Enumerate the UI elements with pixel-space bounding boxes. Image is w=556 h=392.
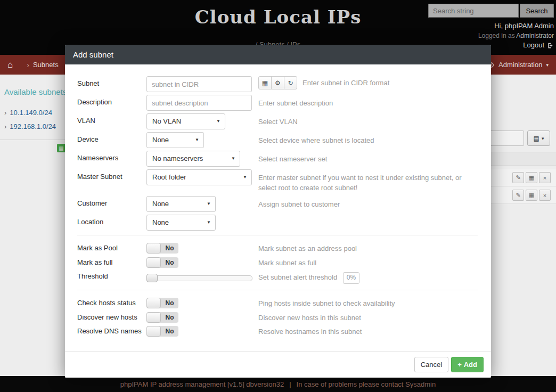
toggle-value: No [161,243,178,254]
nameservers-select[interactable]: No nameservers ▼ [146,151,240,167]
field-label: Resolve DNS names [77,326,146,335]
location-select[interactable]: None ▼ [146,215,216,231]
field-hint: Enter subnet description [258,95,478,109]
toggle-knob [146,243,161,254]
field-label: Location [77,215,146,226]
select-value: No nameservers [152,154,203,162]
device-select[interactable]: None ▼ [146,132,204,148]
select-value: None [152,218,169,226]
caret-down-icon: ▼ [207,197,211,211]
vlan-select[interactable]: No VLAN ▼ [146,113,225,129]
field-hint: Mark subnet as an address pool [258,243,478,254]
toggle-knob [146,257,161,268]
master-subnet-select[interactable]: Root folder ▼ [146,169,252,185]
field-col: None ▼ [146,215,258,231]
threshold-slider[interactable] [146,275,252,281]
field-hint: Select device where subnet is located [258,132,478,146]
form-row-nameservers: Nameservers No nameservers ▼ Select name… [77,151,478,167]
discover-hosts-toggle[interactable]: No [146,312,178,323]
form-row-mark-as-full: Mark as full No Mark subnet as full [77,257,478,268]
form-row-mark-as-pool: Mark as Pool No Mark subnet as an addres… [77,243,478,254]
field-hint: Select nameserver set [258,151,478,165]
field-col: No nameservers ▼ [146,151,258,167]
field-hint: Mark subnet as full [258,257,478,268]
field-col: No [146,257,258,268]
form-row-device: Device None ▼ Select device where subnet… [77,132,478,148]
toggle-value: No [161,312,178,323]
field-hint: Assign subnet to customer [258,196,478,210]
field-hint: Set subnet alert threshold [258,273,337,281]
toggle-value: No [161,326,178,337]
field-col: None ▼ [146,196,258,212]
field-hint: Enter master subnet if you want to nest … [258,169,478,193]
subnet-settings-button[interactable]: ⚙ [271,76,284,89]
add-subnet-modal: Add subnet Subnet ▦ ⚙ ↻ Enter subnet in … [65,45,491,378]
select-value: No VLAN [152,117,181,125]
field-hint: Discover new hosts in this subnet [258,312,478,323]
form-row-description: Description Enter subnet description [77,95,478,111]
field-label: Device [77,132,146,143]
modal-footer: Cancel + Add [65,351,491,378]
mark-as-pool-toggle[interactable]: No [146,243,178,254]
field-label: Mark as Pool [77,243,146,252]
field-label: Threshold [77,271,146,280]
grid-icon: ▦ [262,79,268,87]
threshold-value-badge: 0% [343,272,359,283]
field-hint: Resolve hostnames in this subnet [258,326,478,337]
form-row-location: Location None ▼ [77,215,478,231]
add-button-label: Add [464,361,477,369]
form-row-check-hosts: Check hosts status No Ping hosts inside … [77,298,478,309]
caret-down-icon: ▼ [216,114,220,129]
toggle-knob [146,326,161,337]
form-row-discover-hosts: Discover new hosts No Discover new hosts… [77,312,478,323]
divider [77,290,478,290]
customer-select[interactable]: None ▼ [146,196,216,212]
field-label: Check hosts status [77,298,146,307]
field-col: No [146,298,258,308]
mark-as-full-toggle[interactable]: No [146,257,178,268]
field-hint-area: Set subnet alert threshold 0% [258,271,478,283]
field-hint: Select VLAN [258,113,478,127]
check-hosts-toggle[interactable]: No [146,298,178,308]
field-col [146,95,258,111]
form-row-master-subnet: Master Subnet Root folder ▼ Enter master… [77,169,478,193]
form-row-subnet: Subnet ▦ ⚙ ↻ Enter subnet in CIDR format [77,76,478,92]
caret-down-icon: ▼ [243,170,247,185]
form-row-resolve-dns: Resolve DNS names No Resolve hostnames i… [77,326,478,337]
toggle-knob [146,312,161,323]
form-row-customer: Customer None ▼ Assign subnet to custome… [77,196,478,212]
field-col: No [146,326,258,337]
resolve-dns-toggle[interactable]: No [146,326,178,337]
field-hint: Ping hosts inside subnet to check availa… [258,298,478,309]
field-label: Mark as full [77,257,146,266]
select-value: None [152,200,169,208]
threshold-slider-handle[interactable] [146,274,158,282]
add-button[interactable]: + Add [451,357,484,372]
gear-icon: ⚙ [275,79,281,87]
refresh-icon: ↻ [288,79,293,87]
field-label: VLAN [77,113,146,125]
modal-body: Subnet ▦ ⚙ ↻ Enter subnet in CIDR format… [65,64,491,344]
cancel-button[interactable]: Cancel [414,357,448,372]
field-label: Discover new hosts [77,312,146,321]
description-input[interactable] [146,95,252,111]
field-col: No [146,312,258,323]
field-label: Master Subnet [77,169,146,181]
subnet-refresh-button[interactable]: ↻ [284,76,297,89]
caret-down-icon: ▼ [195,133,199,148]
subnet-input[interactable] [146,76,252,92]
caret-down-icon: ▼ [207,215,211,230]
field-col [146,76,258,92]
field-col: Root folder ▼ [146,169,258,185]
field-label: Nameservers [77,151,146,162]
toggle-value: No [161,298,178,308]
field-label: Subnet [77,76,146,87]
field-hint-area: ▦ ⚙ ↻ Enter subnet in CIDR format [258,76,478,89]
field-col: None ▼ [146,132,258,148]
select-value: None [152,136,169,144]
form-row-threshold: Threshold Set subnet alert threshold 0% [77,271,478,283]
toggle-knob [146,298,161,308]
caret-down-icon: ▼ [231,151,235,166]
field-hint: Enter subnet in CIDR format [302,76,389,88]
subnet-map-button[interactable]: ▦ [258,76,272,89]
